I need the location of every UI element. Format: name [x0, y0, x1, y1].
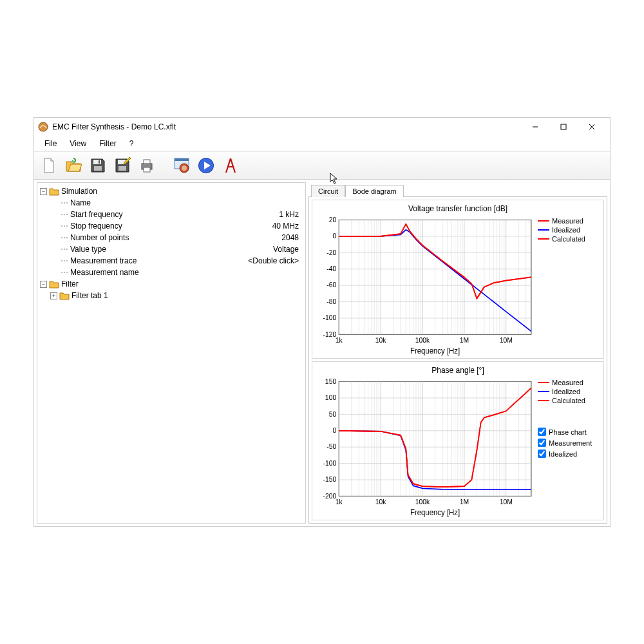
tree-connector-icon: ⋯	[59, 245, 70, 254]
prop-meas-name-label[interactable]: Measurement name	[70, 268, 180, 277]
legend-magnitude: Measured Idealized Calculated	[535, 216, 601, 355]
svg-text:0: 0	[332, 426, 336, 434]
app-icon	[38, 122, 48, 132]
svg-text:50: 50	[329, 410, 337, 417]
swatch-calculated	[538, 238, 549, 240]
collapse-icon[interactable]: −	[40, 281, 47, 288]
main-area: − Simulation ⋯Name ⋯Start frequency1 kHz…	[34, 180, 610, 526]
title-bar: EMC Filter Synthesis - Demo LC.xflt	[34, 118, 610, 136]
maximize-button[interactable]	[549, 118, 578, 136]
checkbox-measurement[interactable]: Measurement	[538, 439, 598, 447]
prop-num-points-label[interactable]: Number of points	[70, 233, 180, 242]
tree-connector-icon: ⋯	[59, 233, 70, 242]
property-tree[interactable]: − Simulation ⋯Name ⋯Start frequency1 kHz…	[37, 182, 306, 524]
svg-text:150: 150	[325, 377, 336, 385]
save-button[interactable]	[87, 155, 109, 176]
svg-text:-100: -100	[323, 459, 336, 467]
magnitude-plot[interactable]: -120-100-80-60-40-200201k10k100k1M10MFre…	[315, 216, 535, 355]
svg-point-0	[39, 122, 48, 131]
svg-text:100: 100	[325, 393, 336, 401]
minimize-button[interactable]	[521, 118, 549, 136]
collapse-icon[interactable]: −	[40, 188, 47, 195]
prop-stop-freq-label[interactable]: Stop frequency	[70, 222, 180, 231]
svg-text:-80: -80	[327, 298, 336, 305]
tree-connector-icon: ⋯	[59, 198, 70, 207]
svg-text:Frequency [Hz]: Frequency [Hz]	[410, 346, 460, 354]
svg-text:1M: 1M	[460, 336, 469, 344]
legend-phase: Measured Idealized Calculated Phase char…	[535, 377, 601, 517]
print-button[interactable]	[136, 155, 158, 176]
svg-text:1k: 1k	[336, 498, 343, 506]
prop-value-type-label[interactable]: Value type	[70, 245, 180, 254]
tree-node-filter[interactable]: Filter	[61, 279, 171, 289]
svg-text:-200: -200	[323, 491, 336, 499]
svg-text:-20: -20	[327, 248, 336, 256]
tree-connector-icon: ⋯	[59, 268, 70, 277]
new-file-button[interactable]	[38, 155, 60, 176]
prop-stop-freq-value[interactable]: 40 MHz	[180, 222, 303, 231]
svg-text:0: 0	[332, 232, 336, 240]
svg-text:-40: -40	[327, 265, 336, 272]
prop-value-type-value[interactable]: Voltage	[180, 245, 303, 254]
menu-view[interactable]: View	[63, 137, 93, 150]
svg-text:-60: -60	[327, 281, 336, 289]
toolbar	[34, 151, 610, 180]
swatch-idealized	[538, 391, 549, 392]
svg-text:10M: 10M	[500, 336, 513, 344]
window-title: EMC Filter Synthesis - Demo LC.xflt	[52, 122, 521, 131]
folder-icon	[59, 291, 70, 300]
svg-text:10M: 10M	[500, 498, 513, 506]
legend-measured: Measured	[552, 379, 583, 386]
svg-text:Frequency [Hz]: Frequency [Hz]	[410, 507, 460, 516]
svg-text:-120: -120	[323, 330, 336, 337]
svg-text:1M: 1M	[460, 498, 469, 506]
svg-rect-9	[118, 166, 126, 171]
tree-node-filter-tab-1[interactable]: Filter tab 1	[71, 291, 181, 300]
svg-rect-7	[99, 160, 100, 164]
settings-button[interactable]	[171, 155, 193, 176]
app-window: EMC Filter Synthesis - Demo LC.xflt File…	[33, 117, 611, 527]
save-as-button[interactable]	[111, 155, 133, 176]
checkbox-phase-chart[interactable]: Phase chart	[538, 428, 598, 436]
svg-text:-150: -150	[323, 475, 336, 483]
tab-circuit[interactable]: Circuit	[311, 185, 345, 197]
prop-num-points-value[interactable]: 2048	[180, 233, 303, 242]
legend-calculated: Calculated	[552, 235, 585, 243]
measure-button[interactable]	[220, 155, 242, 176]
svg-rect-11	[144, 160, 150, 164]
folder-icon	[49, 279, 59, 289]
svg-rect-6	[94, 166, 102, 171]
prop-start-freq-label[interactable]: Start frequency	[70, 210, 180, 219]
legend-idealized: Idealized	[552, 226, 580, 234]
svg-text:-50: -50	[327, 442, 336, 450]
prop-start-freq-value[interactable]: 1 kHz	[180, 210, 303, 219]
prop-meas-trace-label[interactable]: Measurement trace	[70, 256, 180, 265]
menu-help[interactable]: ?	[123, 137, 140, 150]
menu-filter[interactable]: Filter	[93, 137, 123, 150]
tab-strip: Circuit Bode diagram	[308, 182, 607, 196]
checkbox-idealized[interactable]: Idealized	[538, 450, 598, 458]
svg-text:10k: 10k	[375, 498, 386, 506]
open-file-button[interactable]	[62, 155, 84, 176]
tree-connector-icon: ⋯	[59, 256, 70, 265]
svg-rect-14	[175, 158, 189, 161]
legend-calculated: Calculated	[552, 397, 585, 404]
prop-name-label[interactable]: Name	[70, 198, 180, 207]
svg-rect-12	[144, 167, 150, 172]
expand-icon[interactable]: +	[50, 292, 57, 299]
tree-connector-icon: ⋯	[59, 210, 70, 219]
svg-text:20: 20	[329, 216, 337, 223]
prop-meas-trace-value[interactable]: <Double click>	[180, 256, 303, 265]
menu-bar: File View Filter ?	[34, 136, 610, 151]
tab-content: Voltage transfer function [dB] -120-100-…	[308, 196, 607, 524]
menu-file[interactable]: File	[38, 137, 63, 150]
tab-bode-diagram[interactable]: Bode diagram	[345, 185, 404, 197]
legend-measured: Measured	[552, 217, 583, 225]
close-button[interactable]	[578, 118, 606, 136]
phase-plot[interactable]: -200-150-100-500501001501k10k100k1M10MFr…	[315, 377, 535, 517]
svg-text:100k: 100k	[415, 498, 430, 506]
run-button[interactable]	[195, 155, 217, 176]
svg-text:10k: 10k	[375, 336, 386, 344]
chart-title: Phase angle [°]	[315, 366, 601, 375]
tree-node-simulation[interactable]: Simulation	[61, 187, 171, 196]
